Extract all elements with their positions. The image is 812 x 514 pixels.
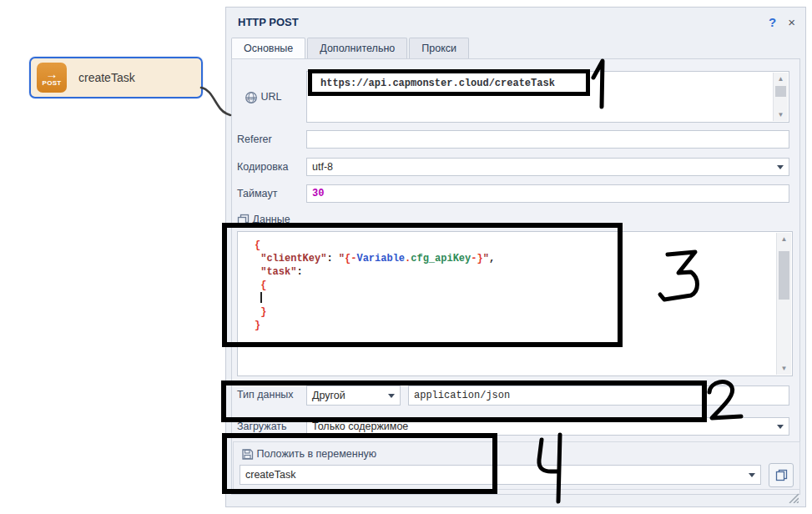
- referer-input[interactable]: [306, 130, 789, 149]
- chevron-down-icon: [777, 425, 784, 429]
- save-floppy-icon: [241, 448, 254, 461]
- content-type-value: application/json: [414, 390, 510, 401]
- data-type-value: Другой: [312, 390, 345, 401]
- http-post-icon: → POST: [37, 63, 67, 93]
- data-scrollbar[interactable]: ▲ ▼: [776, 233, 791, 375]
- chevron-down-icon: [388, 394, 395, 398]
- scroll-up-icon[interactable]: ▲: [774, 73, 788, 85]
- timeout-input[interactable]: 30: [306, 184, 789, 203]
- load-mode-select[interactable]: Только содержимое: [306, 417, 789, 436]
- post-icon-caption: POST: [43, 79, 62, 87]
- arrow-right-icon: →: [46, 68, 58, 79]
- chevron-down-icon: [777, 165, 784, 169]
- data-scroll-thumb[interactable]: [779, 251, 789, 300]
- flow-node-createtask[interactable]: → POST createTask: [29, 57, 203, 98]
- dialog-title: HTTP POST: [238, 16, 299, 28]
- scroll-up-icon[interactable]: ▲: [777, 233, 791, 245]
- data-code: { "clientKey": "{-Variable.cfg_apiKey-}"…: [255, 239, 495, 332]
- resize-grip-icon[interactable]: [787, 491, 799, 503]
- timeout-label: Таймаут: [237, 188, 277, 199]
- encoding-select[interactable]: utf-8: [306, 158, 789, 176]
- load-mode-label: Загружать: [237, 421, 287, 432]
- tab-main[interactable]: Основные: [231, 38, 305, 59]
- encoding-value: utf-8: [312, 161, 333, 173]
- content-type-input[interactable]: application/json: [408, 386, 789, 406]
- encoding-label: Кодировка: [237, 161, 288, 173]
- data-label: Данные: [252, 214, 290, 225]
- variable-label-group: Положить в переменную: [241, 448, 376, 461]
- timeout-value: 30: [312, 188, 324, 199]
- variable-value: createTask: [245, 469, 295, 481]
- url-value: https://api.capmonster.cloud/createTask: [320, 78, 555, 89]
- data-type-label: Тип данных: [237, 389, 294, 401]
- data-type-select[interactable]: Другой: [306, 386, 401, 406]
- globe-www-icon: www: [245, 91, 258, 104]
- scroll-down-icon[interactable]: ▼: [774, 108, 788, 121]
- close-icon[interactable]: ×: [788, 15, 795, 29]
- url-label-group: www URL: [245, 91, 282, 104]
- screenshot-stage: → POST createTask HTTP POST ? × Основные…: [0, 0, 812, 514]
- dialog-titlebar[interactable]: HTTP POST ? ×: [226, 8, 805, 36]
- tab-proxy[interactable]: Прокси: [409, 38, 469, 58]
- load-mode-value: Только содержимое: [312, 421, 408, 432]
- tabbar: Основные Дополнительно Прокси: [231, 36, 800, 58]
- chevron-down-icon: [749, 473, 755, 477]
- url-scrollbar[interactable]: ▲ ▼: [773, 73, 788, 121]
- tab-advanced[interactable]: Дополнительно: [307, 38, 407, 58]
- svg-text:www: www: [247, 96, 256, 101]
- copy-variable-button[interactable]: [769, 463, 794, 487]
- scroll-down-icon[interactable]: ▼: [777, 362, 791, 375]
- data-textarea[interactable]: { "clientKey": "{-Variable.cfg_apiKey-}"…: [237, 231, 793, 376]
- referer-label: Referer: [237, 134, 272, 145]
- http-post-dialog: HTTP POST ? × Основные Дополнительно Про…: [225, 7, 806, 507]
- copy-pages-icon: [237, 214, 250, 226]
- url-label: URL: [260, 91, 281, 103]
- url-scroll-thumb[interactable]: [775, 86, 786, 97]
- node-label: createTask: [78, 71, 135, 84]
- url-textarea[interactable]: https://api.capmonster.cloud/createTask …: [306, 71, 789, 123]
- data-label-group: Данные: [237, 214, 290, 226]
- help-icon[interactable]: ?: [769, 15, 776, 29]
- variable-label: Положить в переменную: [256, 448, 376, 460]
- variable-combobox[interactable]: createTask: [240, 465, 761, 485]
- copy-pages-icon: [775, 469, 788, 481]
